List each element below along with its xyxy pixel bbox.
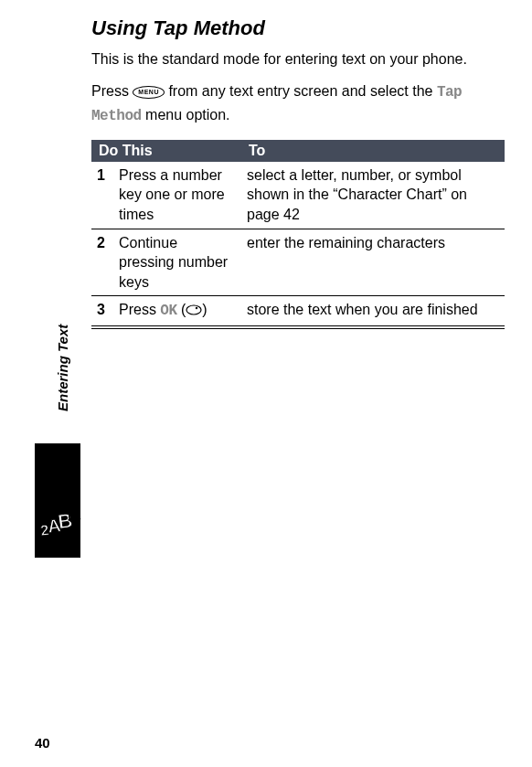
- svg-text:C: C: [68, 507, 82, 527]
- to-cell: select a letter, number, or symbol shown…: [241, 162, 505, 229]
- to-cell: store the text when you are finished: [241, 296, 505, 327]
- do-pre: Press: [119, 302, 160, 317]
- do-cell: Press OK (): [113, 296, 241, 327]
- table-row: 3 Press OK () store the text when you ar…: [91, 296, 505, 327]
- step-number: 1: [91, 162, 113, 229]
- do-end: ): [202, 302, 207, 317]
- page-heading: Using Tap Method: [91, 16, 505, 40]
- do-cell: Press a number key one or more times: [113, 162, 241, 229]
- softkey-icon: [186, 301, 202, 321]
- steps-table: Do This To 1 Press a number key one or m…: [91, 140, 505, 329]
- instruction-text: Press MENU from any text entry screen an…: [91, 80, 505, 126]
- step-number: 3: [91, 296, 113, 327]
- table-row: 2 Continue pressing number keys enter th…: [91, 229, 505, 296]
- page-number: 40: [35, 735, 50, 751]
- to-cell: enter the remaining characters: [241, 229, 505, 296]
- instruction-pre: Press: [91, 83, 133, 99]
- do-post: (: [177, 302, 186, 317]
- instruction-mid: from any text entry screen and select th…: [165, 83, 437, 99]
- svg-point-1: [196, 307, 197, 309]
- ok-label: OK: [160, 303, 176, 319]
- table-row: 1 Press a number key one or more times s…: [91, 162, 505, 229]
- sidebar-section-label: Entering Text: [55, 325, 70, 411]
- header-do: Do This: [91, 140, 241, 162]
- instruction-post: menu option.: [142, 107, 230, 123]
- abc-icon: 2 A B C: [36, 505, 86, 548]
- step-number: 2: [91, 229, 113, 296]
- intro-text: This is the standard mode for entering t…: [91, 49, 505, 69]
- do-cell: Continue pressing number keys: [113, 229, 241, 296]
- menu-key-icon: MENU: [133, 86, 165, 99]
- header-to: To: [241, 140, 505, 162]
- svg-point-0: [186, 305, 201, 314]
- table-header-row: Do This To: [91, 140, 505, 162]
